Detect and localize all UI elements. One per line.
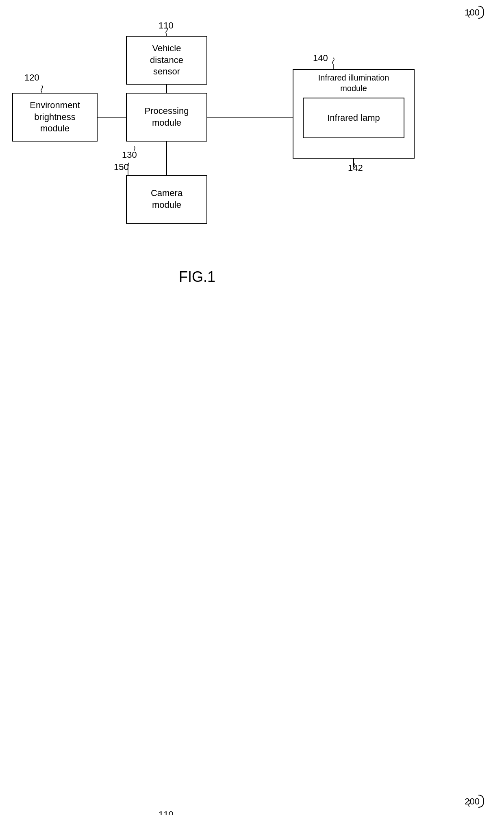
- vehicle-distance-sensor-text-fig1: Vehicle distance sensor: [150, 43, 183, 78]
- processing-module-box-fig1: Processing module: [126, 93, 207, 142]
- env-brightness-text: Environment brightness module: [30, 100, 80, 135]
- vehicle-distance-sensor-box-fig1: Vehicle distance sensor: [126, 36, 207, 85]
- ref-142-label-fig1: 142: [348, 163, 363, 173]
- fig1-lines: [0, 0, 504, 394]
- fig2-lines: [0, 789, 504, 815]
- ref-110-label-fig1: 110: [159, 20, 174, 31]
- ref-140-label-fig1: 140: [313, 53, 328, 63]
- camera-module-text-fig1: Camera module: [151, 187, 182, 211]
- ref-110-label-fig2: 110: [159, 809, 174, 815]
- env-brightness-box: Environment brightness module: [12, 93, 98, 142]
- ref-120-label: 120: [24, 72, 39, 83]
- infrared-illumination-label-fig1: Infrared illumination module: [293, 70, 415, 96]
- ref-130-label-fig1: 130: [122, 150, 137, 160]
- processing-module-text-fig1: Processing module: [145, 105, 189, 129]
- infrared-lamp-text-fig1: Infrared lamp: [327, 113, 380, 123]
- fig1-label: FIG.1: [179, 268, 215, 285]
- camera-module-box-fig1: Camera module: [126, 175, 207, 224]
- infrared-lamp-box-fig1: Infrared lamp: [303, 98, 404, 138]
- ref-150-label-fig1: 150: [114, 162, 129, 172]
